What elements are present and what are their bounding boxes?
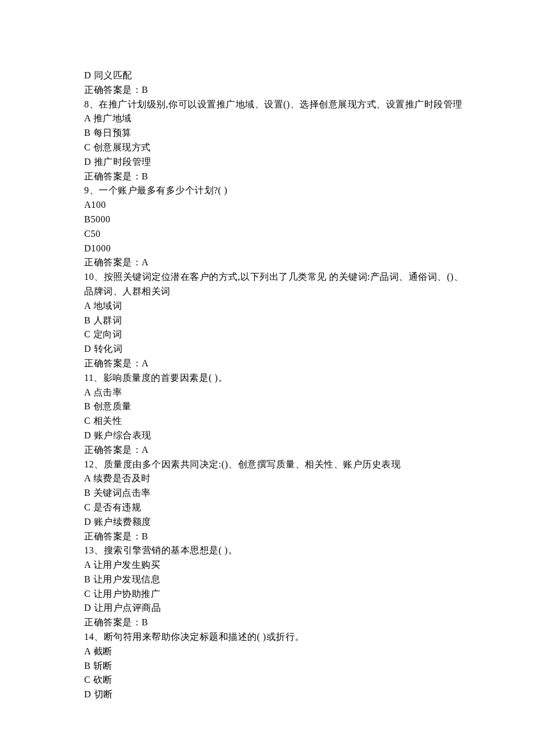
text-line: 正确答案是：B [84,530,464,544]
text-line: 正确答案是：B [84,615,464,630]
text-line: C 让用户协助推广 [84,587,464,602]
text-line: 14、断句符用来帮助你决定标题和描述的( )或折行。 [84,630,464,645]
text-line: A 让用户发生购买 [84,558,464,573]
text-line: B 创意质量 [84,399,464,414]
text-line: C 定向词 [84,327,464,342]
text-line: D 转化词 [84,342,464,357]
text-line: C 相关性 [84,414,464,429]
text-line: B 让用户发现信息 [84,573,464,587]
text-line: D 让用户点评商品 [84,601,464,615]
text-line: A 续费是否及时 [84,471,464,486]
text-line: D 同义匹配 [84,69,464,83]
text-line: 正确答案是：A [84,255,464,270]
text-line: 10、按照关键词定位潜在客户的方式,以下列出了几类常见 的关键词:产品词、通俗词… [84,270,464,299]
text-line: D 推广时段管理 [84,155,464,170]
text-line: C 创意展现方式 [84,141,464,155]
text-line: D 切断 [84,687,464,702]
text-line: B 每日预算 [84,126,464,141]
text-line: 11、影响质量度的首要因素是( )。 [84,371,464,386]
text-line: D 账户续费额度 [84,515,464,530]
text-line: D1000 [84,242,464,256]
text-line: A 推广地域 [84,111,464,126]
text-line: D 账户综合表现 [84,429,464,443]
text-line: 8、在推广计划级别,你可以设置推广地域、设置()、选择创意展现方式、设置推广时段… [84,98,464,112]
text-line: 12、质量度由多个因素共同决定:()、创意撰写质量、相关性、账户历史表现 [84,458,464,472]
text-line: A 截断 [84,645,464,659]
document-page: D 同义匹配正确答案是：B8、在推广计划级别,你可以设置推广地域、设置()、选择… [0,0,534,756]
text-line: 13、搜索引擎营销的基本思想是( )。 [84,543,464,558]
text-line: C 砍断 [84,673,464,687]
text-line: B 斩断 [84,659,464,674]
text-line: B 人群词 [84,314,464,328]
text-line: 正确答案是：A [84,443,464,458]
text-line: B5000 [84,213,464,227]
text-line: 正确答案是：A [84,357,464,371]
document-content: D 同义匹配正确答案是：B8、在推广计划级别,你可以设置推广地域、设置()、选择… [84,69,464,702]
text-line: C 是否有违规 [84,501,464,515]
text-line: 正确答案是：B [84,170,464,184]
text-line: A 点击率 [84,386,464,400]
text-line: 9、一个账户最多有多少个计划?( ) [84,183,464,198]
text-line: C50 [84,227,464,242]
text-line: A 地域词 [84,299,464,314]
text-line: B 关键词点击率 [84,486,464,501]
text-line: 正确答案是：B [84,83,464,98]
text-line: A100 [84,198,464,213]
